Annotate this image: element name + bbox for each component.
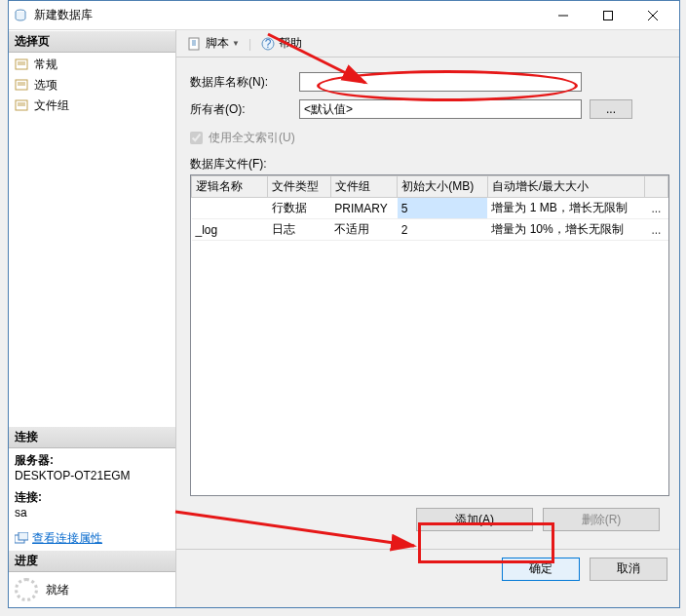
toolbar: 脚本 ▼ | ? 帮助 [176,30,679,58]
conn-value: sa [15,505,170,520]
nav-label: 选项 [34,77,57,94]
dialog-footer: 确定 取消 [176,549,679,588]
col-growth[interactable]: 自动增长/最大大小 [487,176,644,198]
conn-label: 连接: [15,489,170,505]
col-group[interactable]: 文件组 [330,176,397,198]
titlebar: 新建数据库 [9,1,679,30]
owner-browse-button[interactable]: ... [590,99,632,119]
dbname-input[interactable] [299,72,582,92]
progress-spinner-icon [15,578,38,601]
remove-button: 删除(R) [543,508,660,531]
page-icon [15,99,30,113]
view-connection-link[interactable]: 查看连接属性 [32,530,102,546]
help-icon: ? [260,36,276,52]
dropdown-arrow-icon: ▼ [232,39,240,48]
col-action[interactable] [644,176,667,198]
dbname-label: 数据库名称(N): [190,74,299,91]
link-icon [15,532,28,544]
fulltext-label: 使用全文索引(U) [209,130,295,146]
add-button[interactable]: 添加(A) [416,508,533,531]
progress-header: 进度 [9,550,175,572]
table-row[interactable]: 行数据PRIMARY5增量为 1 MB，增长无限制... [192,198,668,219]
main-panel: 脚本 ▼ | ? 帮助 数据库名称(N): 所有者(O): ... [176,30,679,607]
svg-rect-16 [189,38,199,50]
cancel-button[interactable]: 取消 [590,558,667,581]
progress-block: 就绪 [9,572,175,607]
help-button[interactable]: ? 帮助 [255,32,307,55]
server-value: DESKTOP-OT21EGM [15,468,170,483]
files-label: 数据库文件(F): [190,156,669,173]
svg-rect-15 [19,532,28,540]
progress-value: 就绪 [46,582,69,598]
script-button[interactable]: 脚本 ▼ [182,32,245,55]
dialog-window: 新建数据库 选择页 常规 选项 文件组 连接 [8,0,680,608]
sidebar: 选择页 常规 选项 文件组 连接 服务器: DESKTOP-OT [9,30,176,607]
col-size[interactable]: 初始大小(MB) [398,176,488,198]
nav-filegroups[interactable]: 文件组 [9,96,175,116]
files-table[interactable]: 逻辑名称 文件类型 文件组 初始大小(MB) 自动增长/最大大小 行数据PRIM… [190,174,669,496]
nav-label: 常规 [34,57,57,73]
ok-button[interactable]: 确定 [502,558,580,581]
table-row[interactable]: _log日志不适用2增量为 10%，增长无限制... [192,219,668,241]
page-icon [15,79,30,93]
svg-text:?: ? [265,37,272,51]
window-title: 新建数据库 [34,7,541,23]
close-button[interactable] [630,1,675,30]
nav-label: 文件组 [34,97,69,114]
maximize-button[interactable] [586,1,630,30]
server-label: 服务器: [15,452,170,468]
db-icon [13,8,28,23]
nav-options[interactable]: 选项 [9,75,175,96]
col-type[interactable]: 文件类型 [268,176,330,198]
page-icon [15,58,30,72]
script-icon [187,36,203,52]
connection-header: 连接 [9,426,175,448]
select-page-header: 选择页 [9,30,175,53]
nav-general[interactable]: 常规 [9,55,175,75]
owner-label: 所有者(O): [190,101,299,118]
svg-rect-2 [604,11,613,19]
col-name[interactable]: 逻辑名称 [192,176,268,198]
fulltext-checkbox [190,132,203,144]
owner-input[interactable] [299,99,582,119]
minimize-button[interactable] [541,1,586,30]
connection-info: 服务器: DESKTOP-OT21EGM 连接: sa 查看连接属性 [9,448,175,550]
